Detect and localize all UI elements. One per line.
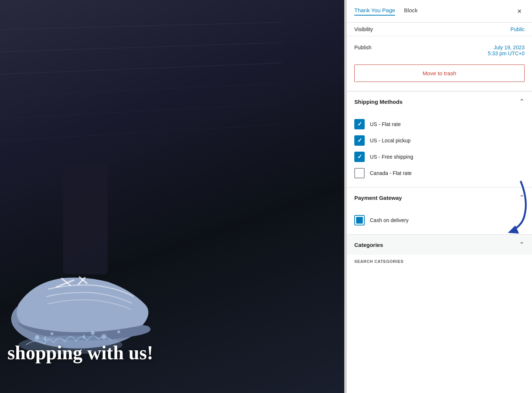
publish-value[interactable]: July 19, 2023 5:33 pm UTC+0 [488,44,525,56]
svg-line-5 [0,124,282,141]
checkbox-cash-on-delivery[interactable] [354,215,365,225]
close-button[interactable]: × [514,6,525,16]
checkbox-label-canada-flat-rate: Canada - Flat rate [370,170,412,176]
list-item: ✓ US - Flat rate [354,116,525,132]
list-item: Cash on delivery [354,212,525,228]
publish-time: 5:33 pm UTC+0 [488,50,525,56]
sidebar-tabs: Thank You Page Block [354,7,418,16]
tab-block[interactable]: Block [404,7,418,16]
checkbox-us-flat-rate[interactable]: ✓ [354,119,365,129]
sidebar-header: Thank You Page Block × [347,0,532,23]
shipping-methods-header[interactable]: Shipping Methods ⌃ [347,92,532,112]
checkmark-icon: ✓ [357,154,362,160]
list-item: Canada - Flat rate [354,165,525,181]
checkmark-icon: ✓ [357,138,362,143]
canvas-area: shopping with us! [0,0,344,393]
payment-gateway-body: Cash on delivery [347,208,532,234]
svg-line-0 [0,22,282,30]
payment-gateway-panel: Payment Gateway ⌃ Cash on delivery [347,187,532,234]
checkmark-icon: ✓ [357,121,362,127]
payment-gateway-title: Payment Gateway [354,195,402,201]
shipping-methods-panel: Shipping Methods ⌃ ✓ US - Flat rate ✓ US… [347,91,532,187]
list-item: ✓ US - Free shipping [354,149,525,165]
svg-line-3 [0,83,282,96]
svg-point-17 [117,330,120,333]
shipping-methods-chevron-icon: ⌃ [519,98,525,106]
visibility-row: Visibility Public [347,23,532,36]
svg-line-4 [0,104,282,119]
visibility-label: Visibility [354,26,373,32]
move-to-trash-button[interactable]: Move to trash [354,65,525,82]
svg-rect-6 [63,163,108,274]
checkbox-label-us-free-shipping: US - Free shipping [370,154,413,160]
checkbox-us-free-shipping[interactable]: ✓ [354,152,365,162]
checkbox-label-us-local-pickup: US - Local pickup [370,138,411,143]
payment-gateway-header[interactable]: Payment Gateway ⌃ [347,188,532,208]
svg-line-1 [0,43,282,52]
shipping-methods-title: Shipping Methods [354,99,403,105]
sidebar: Thank You Page Block × Visibility Public… [347,0,532,393]
svg-line-2 [0,63,282,74]
payment-gateway-chevron-icon: ⌃ [519,194,525,202]
svg-point-13 [35,335,39,340]
checkbox-label-cash-on-delivery: Cash on delivery [370,217,408,223]
categories-search-label: SEARCH CATEGORIES [347,255,532,267]
tab-thank-you-page[interactable]: Thank You Page [354,7,395,16]
publish-section: Publish July 19, 2023 5:33 pm UTC+0 Move… [347,36,532,91]
categories-panel: Categories ⌃ SEARCH CATEGORIES [347,234,532,267]
svg-point-15 [91,331,95,335]
checkbox-canada-flat-rate[interactable] [354,168,365,178]
categories-title: Categories [354,242,383,248]
categories-header[interactable]: Categories ⌃ [347,235,532,255]
svg-point-16 [101,334,106,339]
publish-label: Publish [354,44,371,50]
categories-chevron-icon: ⌃ [519,241,525,249]
list-item: ✓ US - Local pickup [354,132,525,149]
visibility-value[interactable]: Public [510,26,525,32]
publish-date: July 19, 2023 [488,44,525,50]
shipping-methods-body: ✓ US - Flat rate ✓ US - Local pickup ✓ U… [347,112,532,187]
checkbox-us-local-pickup[interactable]: ✓ [354,135,365,146]
svg-point-14 [50,332,53,335]
checkbox-label-us-flat-rate: US - Flat rate [370,121,401,127]
canvas-text: shopping with us! [7,342,153,363]
